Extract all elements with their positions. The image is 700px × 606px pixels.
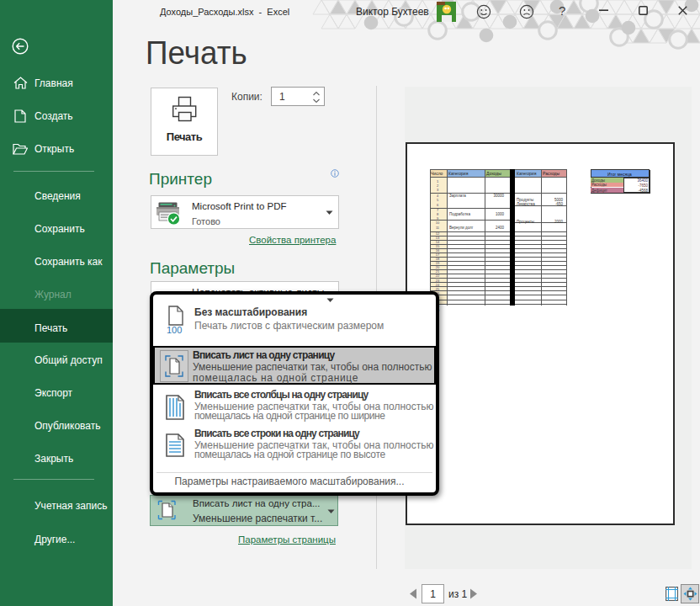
svg-text:100: 100 (167, 325, 182, 334)
